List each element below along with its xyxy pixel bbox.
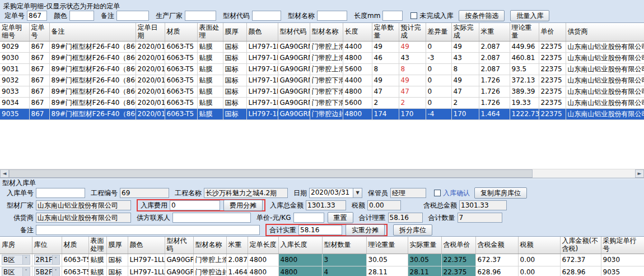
- cell[interactable]: 贴膜: [88, 266, 106, 276]
- cell[interactable]: 22375: [539, 86, 566, 97]
- cell[interactable]: 门带腔下滑: [310, 97, 343, 108]
- cell[interactable]: 贴膜: [197, 86, 223, 97]
- cell[interactable]: 5600: [343, 63, 372, 75]
- column-header[interactable]: 颜色: [128, 237, 165, 254]
- column-header[interactable]: 库房: [0, 237, 32, 254]
- column-header[interactable]: 膜厚: [106, 237, 128, 254]
- column-header[interactable]: 含税金额: [475, 237, 518, 254]
- column-header[interactable]: 实际完成: [451, 23, 479, 41]
- manufacturer-input[interactable]: [185, 11, 216, 21]
- cell[interactable]: 22.375: [441, 266, 475, 276]
- cell[interactable]: 2R1F˅: [32, 254, 62, 266]
- unit-price-input[interactable]: [293, 213, 324, 223]
- cell[interactable]: 国标: [106, 254, 128, 266]
- order-row[interactable]: 903586789#门框型材F26-F40（866+867）2020/01/13…: [0, 108, 644, 119]
- cell[interactable]: 4800: [343, 52, 372, 63]
- column-header[interactable]: 差异量: [426, 23, 451, 41]
- cell[interactable]: 49: [451, 41, 479, 52]
- cell[interactable]: 门带腔下滑: [310, 86, 343, 97]
- fee-share-button[interactable]: 费用分摊: [223, 200, 263, 211]
- cell[interactable]: 1.726: [479, 86, 510, 97]
- cell[interactable]: 4800: [278, 254, 322, 266]
- cell[interactable]: 6063-T5: [165, 108, 197, 119]
- cell[interactable]: 1.726: [479, 97, 510, 108]
- cell[interactable]: 47: [399, 86, 426, 97]
- actual-weight-share-button[interactable]: 实重分摊: [346, 224, 385, 236]
- inbound-no-input[interactable]: [36, 188, 85, 198]
- cell[interactable]: 5600: [343, 97, 372, 108]
- order-row[interactable]: 903086789#门框型材F26-F40（866+867）2020/01/13…: [0, 52, 644, 63]
- cell[interactable]: 山东南山铝业股份有限公司: [566, 63, 644, 75]
- cell[interactable]: 山东南山铝业股份有限公司: [566, 41, 644, 52]
- cell[interactable]: 0: [426, 86, 451, 97]
- inbound-fee-input[interactable]: [170, 200, 220, 210]
- cell[interactable]: GA90GRM03: [278, 41, 310, 52]
- cell[interactable]: 867: [29, 108, 49, 119]
- cell[interactable]: 2020/01/13: [136, 108, 165, 119]
- cell[interactable]: 贴膜: [197, 41, 223, 52]
- cell[interactable]: 2020/01/13: [136, 86, 165, 97]
- cell[interactable]: 46: [372, 52, 399, 63]
- cell[interactable]: GA90GRM03: [278, 63, 310, 75]
- total-theory-weight-input[interactable]: [388, 213, 423, 223]
- cell[interactable]: 门带腔上滑: [310, 63, 343, 75]
- inbound-confirm-checkbox[interactable]: 入库确认: [434, 188, 470, 198]
- cell[interactable]: 28.11: [408, 266, 441, 276]
- cell[interactable]: 867: [29, 52, 49, 63]
- cell[interactable]: 6063-T5: [62, 254, 88, 266]
- cell[interactable]: 2: [399, 97, 426, 108]
- cell[interactable]: LH797-1LL0: [246, 41, 278, 52]
- cell[interactable]: B区˅: [0, 266, 32, 276]
- cell[interactable]: 8: [399, 63, 426, 75]
- cell[interactable]: 170: [399, 108, 426, 119]
- cell[interactable]: 门带腔上滑: [193, 254, 226, 266]
- cell-combo[interactable]: B区˅: [2, 267, 30, 276]
- cell[interactable]: 门带腔边封: [310, 108, 343, 119]
- column-header[interactable]: 含税单价: [441, 237, 475, 254]
- cell[interactable]: GA90GRM04: [278, 86, 310, 97]
- cell[interactable]: 43: [399, 52, 426, 63]
- cell[interactable]: 2020/01/13: [136, 75, 165, 86]
- cell[interactable]: 22375: [539, 41, 566, 52]
- order-row[interactable]: 903186789#门框型材F26-F40（866+867）2020/01/13…: [0, 63, 644, 75]
- cell[interactable]: 2: [372, 97, 399, 108]
- cell[interactable]: 6063-T5: [165, 75, 197, 86]
- inbound-total-input[interactable]: [306, 200, 346, 210]
- cell[interactable]: 6063-T5: [62, 266, 88, 276]
- cell[interactable]: 5B2F˅: [32, 266, 62, 276]
- supplier-contact-input[interactable]: [172, 213, 251, 223]
- column-header[interactable]: 定单日期: [136, 23, 165, 41]
- filter-by-condition-button[interactable]: 按条件筛选: [459, 10, 505, 21]
- cell[interactable]: 43: [451, 52, 479, 63]
- inbound-row[interactable]: B区˅5B2F˅6063-T5贴膜国标LH797-1LL0GA90GRM05门带…: [0, 266, 644, 276]
- column-header[interactable]: 定单长度: [248, 237, 278, 254]
- column-header[interactable]: 单价: [539, 23, 566, 41]
- cell[interactable]: 174: [372, 108, 399, 119]
- cell[interactable]: 门带腔上滑: [310, 41, 343, 52]
- cell[interactable]: 贴膜: [197, 63, 223, 75]
- cell[interactable]: 6063-T5: [165, 97, 197, 108]
- cell[interactable]: 4800: [248, 254, 278, 266]
- cell[interactable]: 628.96: [560, 266, 601, 276]
- cell[interactable]: 0: [426, 75, 451, 86]
- dropdown-icon[interactable]: ˅: [52, 255, 59, 264]
- cell[interactable]: 22375: [539, 108, 566, 119]
- order-row[interactable]: 903286789#门框型材F26-F40（866+867）2020/01/13…: [0, 75, 644, 86]
- cell[interactable]: 9030: [0, 52, 29, 63]
- cell[interactable]: 89#门框型材F26-F40（866+867）: [49, 75, 136, 86]
- cell[interactable]: 22375: [539, 97, 566, 108]
- cell[interactable]: 4800: [343, 86, 372, 97]
- cell[interactable]: 460.81: [510, 52, 539, 63]
- cell[interactable]: 2.087: [479, 41, 510, 52]
- cell[interactable]: 4800: [248, 266, 278, 276]
- copy-warehouse-button[interactable]: 复制库房库位: [474, 187, 527, 199]
- cell[interactable]: 19.33: [510, 97, 539, 108]
- project-name-input[interactable]: [204, 188, 288, 198]
- column-header[interactable]: 理论重量: [510, 23, 539, 41]
- order-row[interactable]: 903486789#门框型材F26-F40（866+867）2020/01/13…: [0, 97, 644, 108]
- cell[interactable]: 贴膜: [88, 254, 106, 266]
- cell[interactable]: 93.5: [510, 63, 539, 75]
- cell[interactable]: 国标: [223, 97, 246, 108]
- remark-input[interactable]: [116, 11, 149, 21]
- dropdown-icon[interactable]: ˅: [22, 255, 30, 264]
